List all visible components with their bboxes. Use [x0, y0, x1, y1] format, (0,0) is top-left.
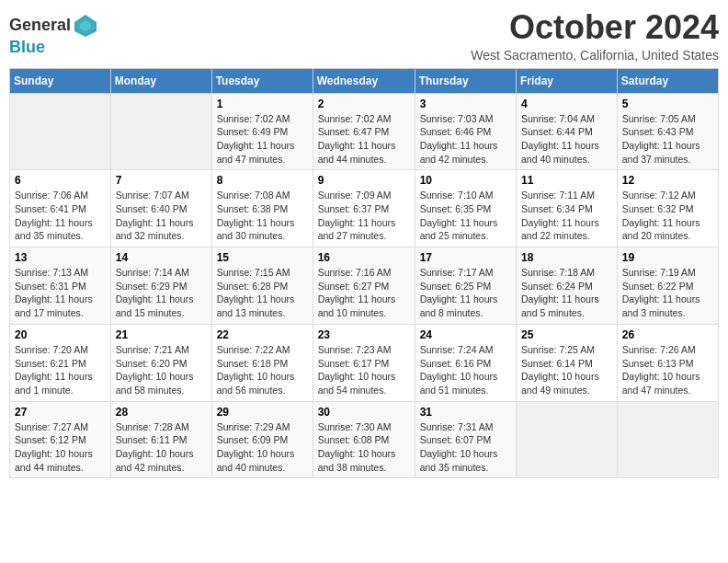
sub-title: West Sacramento, California, United Stat… — [471, 48, 719, 63]
day-info: Sunrise: 7:12 AMSunset: 6:32 PMDaylight:… — [622, 189, 713, 243]
week-row-4: 20Sunrise: 7:20 AMSunset: 6:21 PMDayligh… — [10, 324, 719, 401]
calendar-cell: 2Sunrise: 7:02 AMSunset: 6:47 PMDaylight… — [313, 93, 415, 170]
day-info: Sunrise: 7:28 AMSunset: 6:11 PMDaylight:… — [116, 420, 207, 475]
day-info: Sunrise: 7:30 AMSunset: 6:08 PMDaylight:… — [318, 420, 410, 475]
calendar-cell: 10Sunrise: 7:10 AMSunset: 6:35 PMDayligh… — [415, 170, 516, 247]
calendar-cell: 6Sunrise: 7:06 AMSunset: 6:41 PMDaylight… — [10, 170, 111, 247]
week-row-3: 13Sunrise: 7:13 AMSunset: 6:31 PMDayligh… — [10, 247, 719, 325]
calendar-cell: 15Sunrise: 7:15 AMSunset: 6:28 PMDayligh… — [211, 247, 313, 325]
day-info: Sunrise: 7:02 AMSunset: 6:47 PMDaylight:… — [318, 112, 410, 167]
day-info: Sunrise: 7:22 AMSunset: 6:18 PMDaylight:… — [217, 343, 308, 397]
calendar-cell — [10, 93, 111, 170]
day-info: Sunrise: 7:11 AMSunset: 6:34 PMDaylight:… — [521, 189, 612, 243]
day-info: Sunrise: 7:18 AMSunset: 6:24 PMDaylight:… — [521, 266, 612, 320]
header: General Blue October 2024 West Sacrament… — [9, 9, 719, 63]
day-number: 3 — [420, 98, 511, 110]
calendar-cell: 22Sunrise: 7:22 AMSunset: 6:18 PMDayligh… — [211, 324, 313, 401]
day-number: 12 — [622, 174, 713, 187]
calendar-cell: 17Sunrise: 7:17 AMSunset: 6:25 PMDayligh… — [415, 247, 516, 325]
day-info: Sunrise: 7:23 AMSunset: 6:17 PMDaylight:… — [318, 343, 410, 397]
calendar-cell: 4Sunrise: 7:04 AMSunset: 6:44 PMDaylight… — [517, 93, 618, 170]
day-number: 6 — [15, 174, 106, 187]
logo-icon — [73, 13, 98, 39]
day-number: 11 — [521, 174, 612, 187]
main-title: October 2024 — [471, 9, 719, 46]
logo-text-general: General — [9, 17, 71, 35]
calendar-cell: 20Sunrise: 7:20 AMSunset: 6:21 PMDayligh… — [10, 324, 111, 401]
calendar-cell: 24Sunrise: 7:24 AMSunset: 6:16 PMDayligh… — [415, 324, 516, 401]
day-number: 29 — [217, 406, 308, 419]
calendar-cell: 11Sunrise: 7:11 AMSunset: 6:34 PMDayligh… — [517, 170, 618, 247]
header-day-wednesday: Wednesday — [313, 68, 415, 93]
calendar-cell: 9Sunrise: 7:09 AMSunset: 6:37 PMDaylight… — [313, 170, 415, 247]
day-number: 13 — [15, 251, 106, 264]
header-day-friday: Friday — [517, 68, 618, 93]
header-day-thursday: Thursday — [415, 68, 516, 93]
calendar-cell: 7Sunrise: 7:07 AMSunset: 6:40 PMDaylight… — [110, 170, 211, 247]
day-number: 16 — [318, 251, 410, 264]
day-info: Sunrise: 7:03 AMSunset: 6:46 PMDaylight:… — [420, 112, 511, 167]
calendar-cell: 31Sunrise: 7:31 AMSunset: 6:07 PMDayligh… — [415, 401, 516, 478]
day-info: Sunrise: 7:26 AMSunset: 6:13 PMDaylight:… — [622, 343, 713, 397]
day-number: 2 — [318, 98, 410, 110]
day-number: 1 — [217, 98, 308, 110]
day-info: Sunrise: 7:21 AMSunset: 6:20 PMDaylight:… — [116, 343, 207, 397]
calendar-cell: 23Sunrise: 7:23 AMSunset: 6:17 PMDayligh… — [313, 324, 415, 401]
day-info: Sunrise: 7:24 AMSunset: 6:16 PMDaylight:… — [420, 343, 511, 397]
calendar-cell: 14Sunrise: 7:14 AMSunset: 6:29 PMDayligh… — [110, 247, 211, 325]
calendar-cell: 18Sunrise: 7:18 AMSunset: 6:24 PMDayligh… — [517, 247, 618, 325]
day-number: 22 — [217, 328, 308, 341]
day-info: Sunrise: 7:10 AMSunset: 6:35 PMDaylight:… — [420, 189, 511, 243]
day-info: Sunrise: 7:29 AMSunset: 6:09 PMDaylight:… — [217, 420, 308, 475]
day-number: 28 — [116, 406, 207, 419]
day-info: Sunrise: 7:19 AMSunset: 6:22 PMDaylight:… — [622, 266, 713, 320]
day-number: 20 — [15, 328, 106, 341]
day-number: 19 — [622, 251, 713, 264]
day-info: Sunrise: 7:05 AMSunset: 6:43 PMDaylight:… — [622, 112, 713, 167]
week-row-1: 1Sunrise: 7:02 AMSunset: 6:49 PMDaylight… — [10, 93, 719, 170]
header-day-sunday: Sunday — [10, 68, 111, 93]
day-number: 31 — [420, 406, 511, 419]
week-row-5: 27Sunrise: 7:27 AMSunset: 6:12 PMDayligh… — [10, 401, 719, 478]
day-number: 10 — [420, 174, 511, 187]
calendar-cell: 26Sunrise: 7:26 AMSunset: 6:13 PMDayligh… — [617, 324, 718, 401]
day-info: Sunrise: 7:06 AMSunset: 6:41 PMDaylight:… — [15, 189, 106, 243]
day-info: Sunrise: 7:07 AMSunset: 6:40 PMDaylight:… — [116, 189, 207, 243]
calendar-cell: 3Sunrise: 7:03 AMSunset: 6:46 PMDaylight… — [415, 93, 516, 170]
day-info: Sunrise: 7:15 AMSunset: 6:28 PMDaylight:… — [217, 266, 308, 320]
calendar-cell: 13Sunrise: 7:13 AMSunset: 6:31 PMDayligh… — [10, 247, 111, 325]
calendar-table: SundayMondayTuesdayWednesdayThursdayFrid… — [9, 68, 719, 479]
calendar-cell: 16Sunrise: 7:16 AMSunset: 6:27 PMDayligh… — [313, 247, 415, 325]
day-number: 17 — [420, 251, 511, 264]
day-info: Sunrise: 7:16 AMSunset: 6:27 PMDaylight:… — [318, 266, 410, 320]
day-info: Sunrise: 7:31 AMSunset: 6:07 PMDaylight:… — [420, 420, 511, 475]
day-number: 9 — [318, 174, 410, 187]
week-row-2: 6Sunrise: 7:06 AMSunset: 6:41 PMDaylight… — [10, 170, 719, 247]
day-info: Sunrise: 7:08 AMSunset: 6:38 PMDaylight:… — [217, 189, 308, 243]
calendar-cell: 8Sunrise: 7:08 AMSunset: 6:38 PMDaylight… — [211, 170, 313, 247]
calendar-cell: 29Sunrise: 7:29 AMSunset: 6:09 PMDayligh… — [211, 401, 313, 478]
logo: General Blue — [9, 13, 98, 57]
day-info: Sunrise: 7:14 AMSunset: 6:29 PMDaylight:… — [116, 266, 207, 320]
header-day-tuesday: Tuesday — [211, 68, 313, 93]
day-number: 8 — [217, 174, 308, 187]
calendar-cell: 12Sunrise: 7:12 AMSunset: 6:32 PMDayligh… — [617, 170, 718, 247]
day-info: Sunrise: 7:27 AMSunset: 6:12 PMDaylight:… — [15, 420, 106, 475]
calendar-cell — [617, 401, 718, 478]
calendar-cell: 1Sunrise: 7:02 AMSunset: 6:49 PMDaylight… — [211, 93, 313, 170]
day-number: 5 — [622, 98, 713, 110]
day-info: Sunrise: 7:25 AMSunset: 6:14 PMDaylight:… — [521, 343, 612, 397]
day-number: 26 — [622, 328, 713, 341]
header-day-saturday: Saturday — [617, 68, 718, 93]
calendar-cell — [110, 93, 211, 170]
day-number: 27 — [15, 406, 106, 419]
calendar-cell: 21Sunrise: 7:21 AMSunset: 6:20 PMDayligh… — [110, 324, 211, 401]
day-number: 24 — [420, 328, 511, 341]
calendar-cell — [517, 401, 618, 478]
calendar-header-row: SundayMondayTuesdayWednesdayThursdayFrid… — [10, 68, 719, 93]
title-area: October 2024 West Sacramento, California… — [471, 9, 719, 63]
day-number: 15 — [217, 251, 308, 264]
day-number: 23 — [318, 328, 410, 341]
calendar-cell: 27Sunrise: 7:27 AMSunset: 6:12 PMDayligh… — [10, 401, 111, 478]
day-number: 7 — [116, 174, 207, 187]
